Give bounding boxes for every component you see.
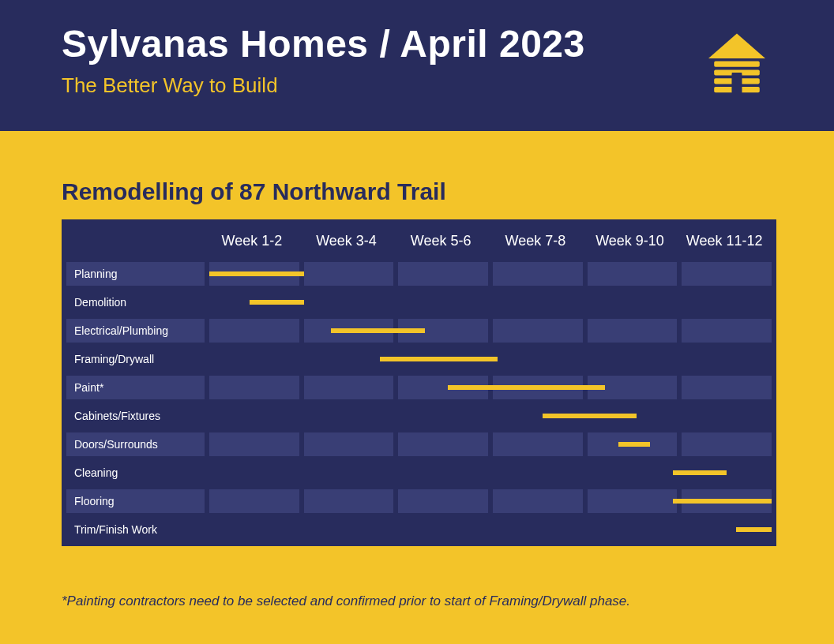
- gantt-track: [209, 518, 772, 541]
- gantt-row: Paint*: [62, 376, 776, 399]
- task-label: Paint*: [66, 376, 205, 399]
- page-subtitle: The Better Way to Build: [62, 73, 585, 98]
- col-header: Week 7-8: [488, 233, 583, 249]
- col-header: Week 5-6: [393, 233, 488, 249]
- content: Remodelling of 87 Northward Trail Week 1…: [0, 131, 834, 609]
- task-label: Electrical/Plumbing: [66, 319, 205, 343]
- task-label: Trim/Finish Work: [66, 518, 205, 541]
- footnote: *Painting contractors need to be selecte…: [62, 593, 772, 609]
- gantt-track: [209, 290, 772, 314]
- cabin-icon: [701, 30, 772, 101]
- gantt-bar: [380, 357, 497, 361]
- gantt-header: Week 1-2 Week 3-4 Week 5-6 Week 7-8 Week…: [62, 219, 776, 262]
- gantt-row: Electrical/Plumbing: [62, 319, 776, 343]
- gantt-bar: [543, 414, 637, 418]
- task-label: Planning: [66, 262, 205, 286]
- gantt-bar: [250, 300, 304, 305]
- page-title: Sylvanas Homes / April 2023: [62, 22, 585, 66]
- gantt-bar: [673, 499, 772, 504]
- svg-rect-8: [732, 73, 742, 94]
- header: Sylvanas Homes / April 2023 The Better W…: [0, 0, 834, 131]
- header-text: Sylvanas Homes / April 2023 The Better W…: [62, 22, 585, 98]
- gantt-bar: [673, 470, 727, 475]
- gantt-row: Trim/Finish Work: [62, 518, 776, 541]
- task-label: Doors/Surrounds: [66, 432, 205, 456]
- col-header: Week 11-12: [677, 233, 772, 249]
- gantt-bar: [736, 527, 772, 532]
- gantt-track: [209, 432, 772, 456]
- gantt-bar: [448, 385, 606, 390]
- gantt-track: [209, 461, 772, 485]
- section-title: Remodelling of 87 Northward Trail: [62, 178, 772, 205]
- gantt-track: [209, 262, 772, 286]
- col-header: Week 1-2: [205, 233, 299, 249]
- col-header: Week 3-4: [299, 233, 394, 249]
- gantt-track: [209, 404, 772, 428]
- gantt-chart: Week 1-2 Week 3-4 Week 5-6 Week 7-8 Week…: [62, 219, 776, 546]
- gantt-track: [209, 319, 772, 343]
- svg-rect-1: [714, 62, 760, 67]
- gantt-row: Framing/Drywall: [62, 347, 776, 371]
- task-label: Demolition: [66, 290, 205, 314]
- gantt-rows: PlanningDemolitionElectrical/PlumbingFra…: [62, 262, 776, 541]
- gantt-row: Doors/Surrounds: [62, 432, 776, 456]
- svg-marker-0: [708, 34, 765, 59]
- gantt-track: [209, 489, 772, 513]
- task-label: Cabinets/Fixtures: [66, 404, 205, 428]
- gantt-bar: [209, 271, 304, 276]
- gantt-row: Cabinets/Fixtures: [62, 404, 776, 428]
- gantt-row: Flooring: [62, 489, 776, 513]
- task-label: Cleaning: [66, 461, 205, 485]
- gantt-track: [209, 376, 772, 399]
- gantt-row: Demolition: [62, 290, 776, 314]
- gantt-row: Cleaning: [62, 461, 776, 485]
- gantt-bar: [618, 442, 650, 447]
- task-label: Flooring: [66, 489, 205, 513]
- gantt-track: [209, 347, 772, 371]
- gantt-bar: [331, 328, 426, 333]
- task-label: Framing/Drywall: [66, 347, 205, 371]
- col-header: Week 9-10: [583, 233, 678, 249]
- gantt-row: Planning: [62, 262, 776, 286]
